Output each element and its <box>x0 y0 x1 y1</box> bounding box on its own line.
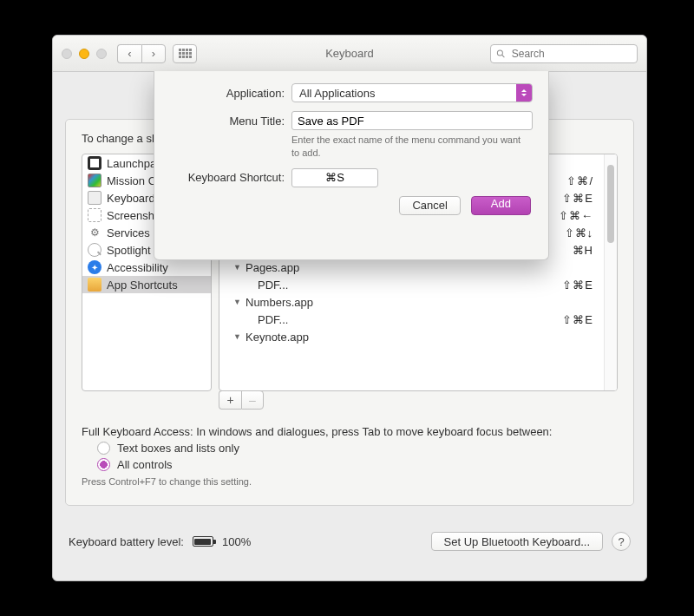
shortcut-row[interactable]: PDF...⇧⌘E <box>219 276 604 293</box>
shortcut-label: Pages.app <box>246 261 593 274</box>
shortcut-label: PDF... <box>258 313 562 326</box>
toolbar: ‹ › Keyboard <box>53 36 646 72</box>
menu-title-label: Menu Title: <box>163 115 285 128</box>
sidebar-item-label: App Shortcuts <box>107 279 178 292</box>
sidebar-item-label: Keyboard <box>107 192 155 205</box>
shortcut-keys: ⇧⌘E <box>562 279 593 292</box>
shortcut-keys: ⇧⌘← <box>559 209 593 222</box>
scrollbar-thumb[interactable] <box>607 165 614 243</box>
shortcut-group[interactable]: Numbers.app <box>219 293 604 311</box>
sidebar-item-accessibility[interactable]: ✦Accessibility <box>82 259 211 276</box>
gear-icon: ⚙ <box>88 226 101 239</box>
shortcut-group[interactable]: Pages.app <box>219 259 604 276</box>
chevron-left-icon: ‹ <box>128 47 131 60</box>
search-icon <box>496 49 506 59</box>
shortcut-keys: ⇧⌘/ <box>566 174 593 187</box>
launchpad-icon <box>88 156 101 170</box>
mission-control-icon <box>88 174 101 187</box>
shortcut-label: Numbers.app <box>246 296 593 309</box>
sidebar-item-label: Spotlight <box>107 244 151 257</box>
accessibility-icon: ✦ <box>88 260 101 274</box>
add-shortcut-sheet: Application: All Applications Menu Title… <box>154 71 549 260</box>
fka-option-all[interactable]: All controls <box>97 458 618 471</box>
battery-value: 100% <box>222 535 251 548</box>
forward-button[interactable]: › <box>141 44 166 63</box>
screenshots-icon <box>88 208 101 222</box>
application-select[interactable]: All Applications <box>291 83 533 102</box>
menu-title-help: Enter the exact name of the menu command… <box>291 134 526 160</box>
svg-line-1 <box>502 55 505 57</box>
sidebar-item-label: Services <box>107 226 150 239</box>
close-dot[interactable] <box>62 49 72 59</box>
help-button[interactable]: ? <box>612 532 631 551</box>
shortcut-row[interactable]: PDF...⇧⌘E <box>219 311 604 328</box>
preferences-window: ‹ › Keyboard To change a shortcut, selec… <box>52 35 647 581</box>
chevron-updown-icon <box>516 84 532 102</box>
sidebar-item-app-shortcuts[interactable]: App Shortcuts <box>82 276 211 293</box>
sidebar-item-label: Accessibility <box>107 261 168 274</box>
cancel-button[interactable]: Cancel <box>399 196 460 215</box>
battery-icon <box>193 536 213 547</box>
zoom-dot[interactable] <box>96 49 107 59</box>
nav-buttons: ‹ › <box>117 44 166 63</box>
shortcut-keys: ⇧⌘E <box>562 313 593 326</box>
remove-shortcut-button[interactable]: – <box>241 390 264 410</box>
battery-label: Keyboard battery level: <box>69 535 184 548</box>
bluetooth-setup-button[interactable]: Set Up Bluetooth Keyboard... <box>431 532 603 551</box>
show-all-button[interactable] <box>173 44 197 63</box>
shortcut-label: PDF... <box>258 279 562 292</box>
radio-icon <box>97 442 110 455</box>
spotlight-icon <box>88 243 101 257</box>
add-shortcut-button[interactable]: + <box>219 390 241 410</box>
back-button[interactable]: ‹ <box>117 44 141 63</box>
footer: Keyboard battery level: 100% Set Up Blue… <box>65 514 634 568</box>
add-remove-buttons: + – <box>219 390 264 410</box>
shortcut-label: Keynote.app <box>246 331 593 344</box>
radio-label: All controls <box>117 458 173 471</box>
shortcut-keys: ⇧⌘↓ <box>565 226 594 239</box>
radio-icon <box>97 458 110 471</box>
svg-point-0 <box>497 49 502 55</box>
radio-label: Text boxes and lists only <box>117 442 239 455</box>
keyboard-icon <box>88 191 101 205</box>
fka-title: Full Keyboard Access: In windows and dia… <box>82 425 618 438</box>
traffic-lights <box>62 49 107 59</box>
scrollbar[interactable] <box>604 154 617 390</box>
chevron-right-icon: › <box>152 47 155 60</box>
keyboard-shortcut-label: Keyboard Shortcut: <box>163 171 285 184</box>
application-label: Application: <box>163 87 285 100</box>
minimize-dot[interactable] <box>79 49 89 59</box>
shortcut-group[interactable]: Keynote.app <box>219 328 604 345</box>
select-value: All Applications <box>299 87 375 100</box>
shortcut-keys: ⌘H <box>573 244 593 257</box>
add-button[interactable]: Add <box>471 196 531 215</box>
grid-icon <box>179 49 192 58</box>
full-keyboard-access: Full Keyboard Access: In windows and dia… <box>82 425 618 487</box>
keyboard-shortcut-input[interactable] <box>291 168 378 187</box>
menu-title-input[interactable] <box>291 111 533 130</box>
app-shortcuts-icon <box>88 278 101 292</box>
fka-option-textboxes[interactable]: Text boxes and lists only <box>97 442 618 455</box>
search-input[interactable] <box>510 47 632 61</box>
battery-status: Keyboard battery level: 100% <box>69 535 251 548</box>
search-field[interactable] <box>490 44 638 63</box>
fka-hint: Press Control+F7 to change this setting. <box>82 476 618 487</box>
shortcut-keys: ⇧⌘E <box>562 192 593 205</box>
